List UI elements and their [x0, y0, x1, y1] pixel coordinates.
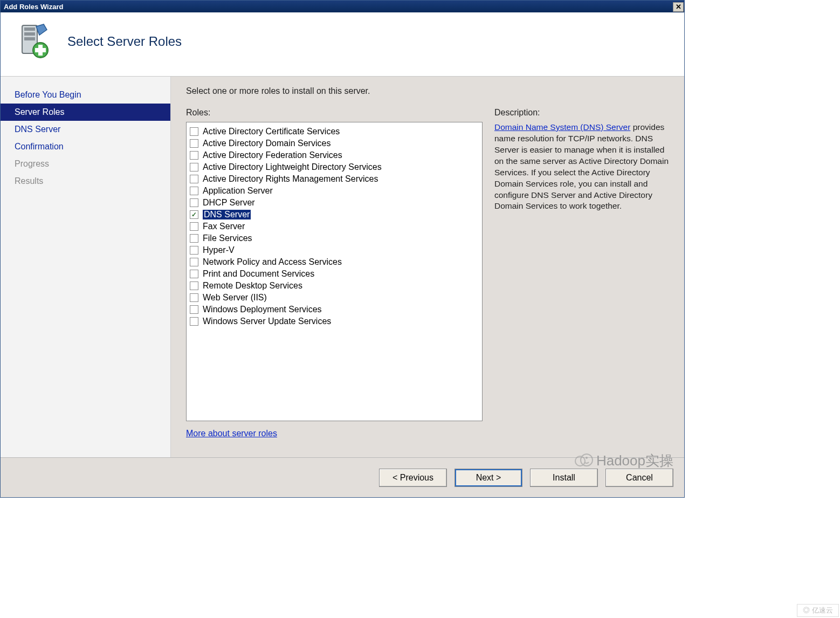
checkbox-icon[interactable] — [190, 281, 198, 290]
wizard-footer: < Previous Next > Install Cancel — [1, 457, 684, 497]
cancel-button[interactable]: Cancel — [605, 469, 673, 487]
role-label: File Services — [203, 234, 252, 243]
role-label: Windows Server Update Services — [203, 317, 331, 326]
role-item[interactable]: Active Directory Certificate Services — [190, 126, 479, 138]
role-label: Active Directory Domain Services — [203, 139, 331, 148]
previous-button[interactable]: < Previous — [379, 469, 447, 487]
checkbox-icon[interactable] — [190, 317, 198, 326]
titlebar[interactable]: Add Roles Wizard ✕ — [1, 1, 684, 12]
content-pane: Select one or more roles to install on t… — [171, 77, 684, 457]
window-title: Add Roles Wizard — [4, 3, 63, 11]
role-label: Active Directory Certificate Services — [203, 127, 340, 136]
role-label: Fax Server — [203, 222, 245, 231]
role-label: Active Directory Lightweight Directory S… — [203, 162, 382, 172]
role-item[interactable]: Fax Server — [190, 221, 479, 232]
role-item[interactable]: Web Server (IIS) — [190, 292, 479, 304]
roles-label: Roles: — [186, 108, 483, 118]
wizard-step[interactable]: DNS Server — [1, 121, 170, 138]
checkbox-icon[interactable] — [190, 222, 198, 231]
description-link[interactable]: Domain Name System (DNS) Server — [494, 122, 630, 132]
role-item[interactable]: Windows Deployment Services — [190, 304, 479, 315]
checkbox-icon[interactable] — [190, 127, 198, 136]
instruction-text: Select one or more roles to install on t… — [186, 86, 672, 96]
checkbox-icon[interactable] — [190, 198, 198, 207]
description-body: provides name resolution for TCP/IP netw… — [494, 122, 669, 210]
role-label: Windows Deployment Services — [203, 305, 322, 314]
checkbox-icon[interactable] — [190, 151, 198, 160]
checkbox-icon[interactable] — [190, 258, 198, 266]
wizard-window: Add Roles Wizard ✕ Select Server Roles B… — [0, 0, 685, 498]
role-label: Web Server (IIS) — [203, 293, 267, 303]
checkbox-icon[interactable] — [190, 175, 198, 183]
install-button[interactable]: Install — [530, 469, 598, 487]
server-role-icon — [12, 22, 51, 61]
role-item[interactable]: Hyper-V — [190, 244, 479, 256]
role-item[interactable]: Remote Desktop Services — [190, 280, 479, 292]
role-item[interactable]: Active Directory Federation Services — [190, 149, 479, 161]
next-button[interactable]: Next > — [455, 469, 522, 487]
checkbox-icon[interactable] — [190, 234, 198, 243]
checkbox-icon[interactable]: ✓ — [190, 210, 198, 219]
description-label: Description: — [494, 108, 672, 118]
role-item[interactable]: Print and Document Services — [190, 268, 479, 280]
checkbox-icon[interactable] — [190, 270, 198, 278]
role-item[interactable]: Application Server — [190, 185, 479, 197]
role-label: Active Directory Rights Management Servi… — [203, 174, 378, 184]
page-title: Select Server Roles — [67, 34, 182, 49]
role-item[interactable]: Network Policy and Access Services — [190, 256, 479, 268]
more-about-roles-link[interactable]: More about server roles — [186, 429, 483, 438]
role-label: Remote Desktop Services — [203, 281, 302, 291]
svg-rect-2 — [24, 32, 35, 36]
role-label: Network Policy and Access Services — [203, 257, 342, 267]
role-item[interactable]: DHCP Server — [190, 197, 479, 209]
wizard-step[interactable]: Confirmation — [1, 138, 170, 155]
checkbox-icon[interactable] — [190, 163, 198, 171]
svg-rect-6 — [35, 48, 46, 52]
checkbox-icon[interactable] — [190, 246, 198, 255]
role-item[interactable]: Windows Server Update Services — [190, 315, 479, 327]
role-label: Active Directory Federation Services — [203, 150, 342, 160]
wizard-step[interactable]: Server Roles — [1, 104, 170, 121]
close-icon[interactable]: ✕ — [673, 2, 684, 12]
wizard-step[interactable]: Before You Begin — [1, 86, 170, 104]
role-label: Application Server — [203, 186, 273, 196]
description-text: Domain Name System (DNS) Server provides… — [494, 122, 672, 212]
role-item[interactable]: File Services — [190, 232, 479, 244]
checkbox-icon[interactable] — [190, 305, 198, 314]
role-item[interactable]: Active Directory Domain Services — [190, 138, 479, 149]
role-label: DNS Server — [203, 210, 251, 219]
corner-tag: ◎ 亿速云 — [797, 604, 839, 617]
wizard-step: Results — [1, 173, 170, 190]
role-item[interactable]: Active Directory Rights Management Servi… — [190, 173, 479, 185]
wizard-step: Progress — [1, 155, 170, 173]
svg-rect-3 — [24, 37, 35, 40]
role-label: Print and Document Services — [203, 269, 314, 279]
wizard-header: Select Server Roles — [1, 12, 684, 76]
role-label: DHCP Server — [203, 198, 255, 208]
checkbox-icon[interactable] — [190, 293, 198, 302]
wizard-steps-sidebar: Before You BeginServer RolesDNS ServerCo… — [1, 77, 171, 457]
role-item[interactable]: ✓DNS Server — [190, 209, 479, 221]
role-label: Hyper-V — [203, 245, 235, 255]
roles-listbox[interactable]: Active Directory Certificate ServicesAct… — [186, 122, 483, 421]
checkbox-icon[interactable] — [190, 187, 198, 195]
svg-rect-1 — [24, 28, 35, 31]
role-item[interactable]: Active Directory Lightweight Directory S… — [190, 161, 479, 173]
checkbox-icon[interactable] — [190, 139, 198, 148]
